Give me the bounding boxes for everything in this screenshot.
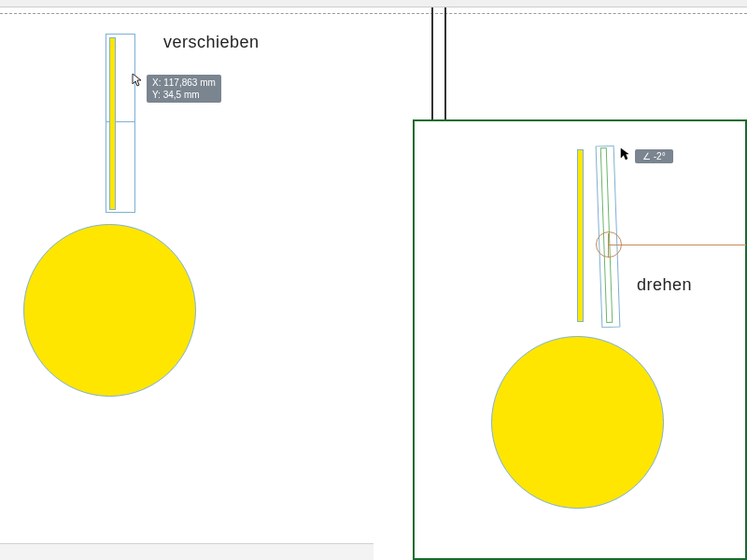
move-label: verschieben (163, 33, 260, 52)
yellow-circle-object-left[interactable] (23, 224, 196, 397)
yellow-rectangle-object-right[interactable] (577, 149, 584, 322)
rotate-cursor-icon (620, 147, 631, 161)
rotation-guide-horizontal (608, 245, 746, 245)
top-guide-line (0, 13, 747, 14)
tooltip-x-value: X: 117,863 mm (152, 77, 216, 89)
ruler-marks (431, 7, 459, 124)
yellow-circle-object-right[interactable] (491, 336, 664, 509)
tooltip-y-value: Y: 34,5 mm (152, 89, 216, 101)
rotation-guide-vertical (608, 233, 609, 258)
move-cursor-icon (132, 73, 145, 88)
move-coordinates-tooltip: X: 117,863 mm Y: 34,5 mm (147, 75, 221, 103)
top-toolbar-strip (0, 0, 747, 7)
rotate-label: drehen (637, 275, 692, 295)
yellow-rectangle-object-left[interactable] (109, 37, 116, 210)
rotate-angle-tooltip: ∠ -2° (635, 149, 673, 163)
bottom-status-strip (0, 543, 374, 560)
